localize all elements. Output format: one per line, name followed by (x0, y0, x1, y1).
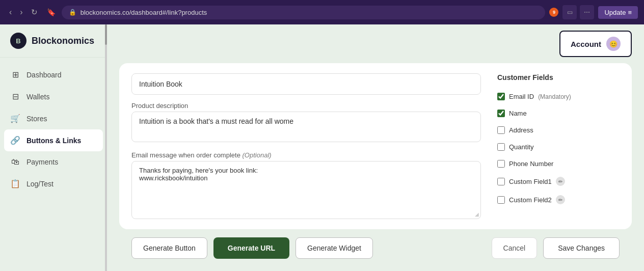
checkbox-address[interactable] (497, 126, 505, 134)
nav-items: ⊞ Dashboard ⊟ Wallets 🛒 Stores 🔗 Buttons… (0, 58, 107, 271)
field-row-phone: Phone Number (497, 158, 620, 170)
generate-widget-btn[interactable]: Generate Widget (296, 237, 373, 259)
checkbox-name[interactable] (497, 110, 505, 117)
email-message-field-group: Email message when order complete (Optio… (131, 151, 481, 219)
checkbox-email-id[interactable] (497, 93, 505, 100)
bookmark-button[interactable]: 🔖 (45, 6, 58, 18)
scrollbar-thumb (105, 24, 107, 45)
description-field-group: Product description (131, 102, 481, 144)
payments-icon: 🛍 (10, 157, 20, 167)
field-label-custom1: Custom Field1 (509, 178, 552, 185)
customer-fields-panel: Customer Fields Email ID (Mandatory) Nam… (497, 73, 620, 219)
sidebar-item-label: Payments (26, 158, 58, 166)
main-content: Account 😊 Product description (107, 24, 644, 271)
checkbox-quantity[interactable] (497, 143, 505, 151)
logo-area: B Blockonomics (0, 24, 107, 58)
wallets-icon: ⊟ (10, 92, 20, 101)
field-label-address: Address (509, 126, 533, 134)
nav-buttons: ‹ › ↻ (6, 6, 41, 19)
optional-label: (Optional) (243, 151, 272, 159)
account-label: Account (571, 40, 601, 48)
sidebar: B Blockonomics ⊞ Dashboard ⊟ Wallets 🛒 S… (0, 24, 107, 271)
logo-text: Blockonomics (32, 36, 94, 46)
checkbox-custom1[interactable] (497, 178, 505, 185)
field-label-quantity: Quantity (509, 143, 533, 151)
form-area: Product description Email message when o… (107, 63, 644, 271)
product-name-input[interactable] (131, 73, 481, 95)
sidebar-item-buttons-links[interactable]: 🔗 Buttons & Links (4, 129, 103, 151)
notification-badge: 9 (549, 8, 558, 17)
resize-handle-icon: ◢ (475, 211, 479, 217)
url-text: blockonomics.co/dashboard#/link?products (81, 9, 207, 16)
sidebar-item-label: Stores (26, 115, 47, 123)
bottom-actions: Generate Button Generate URL Generate Wi… (119, 229, 632, 263)
form-left: Product description Email message when o… (131, 73, 481, 219)
field-row-address: Address (497, 124, 620, 136)
logo-icon: B (10, 33, 26, 49)
email-message-label: Email message when order complete (Optio… (131, 151, 481, 159)
log-test-icon: 📋 (10, 179, 20, 188)
account-button[interactable]: Account 😊 (559, 31, 632, 57)
sidebar-item-label: Wallets (26, 93, 49, 101)
edit-custom1-icon[interactable]: ✏ (556, 177, 565, 186)
extension-btn[interactable]: ⋯ (580, 5, 594, 19)
sidebar-item-label: Buttons & Links (26, 137, 81, 145)
form-card: Product description Email message when o… (119, 63, 632, 229)
save-changes-button[interactable]: Save Changes (543, 237, 620, 259)
edit-custom2-icon[interactable]: ✏ (556, 195, 565, 204)
left-actions: Generate Button Generate URL Generate Wi… (131, 237, 373, 259)
lock-icon: 🔒 (69, 9, 76, 16)
field-label-name: Name (509, 110, 527, 117)
window-controls: ▭ ⋯ (562, 5, 594, 19)
description-input[interactable] (131, 112, 481, 142)
field-label-email-id: Email ID (509, 93, 534, 100)
header: Account 😊 (107, 24, 644, 63)
sidebar-item-wallets[interactable]: ⊟ Wallets (0, 86, 107, 107)
right-actions: Cancel Save Changes (492, 237, 620, 259)
generate-button-btn[interactable]: Generate Button (131, 237, 207, 259)
customer-fields-title: Customer Fields (497, 73, 620, 82)
sidebar-item-payments[interactable]: 🛍 Payments (0, 151, 107, 173)
browser-chrome: ‹ › ↻ 🔖 🔒 blockonomics.co/dashboard#/lin… (0, 0, 644, 24)
sidebar-toggle[interactable]: ▭ (562, 5, 577, 19)
field-row-email-id: Email ID (Mandatory) (497, 91, 620, 102)
cancel-button[interactable]: Cancel (492, 237, 538, 259)
sidebar-item-dashboard[interactable]: ⊞ Dashboard (0, 64, 107, 86)
scrollbar[interactable] (105, 24, 107, 271)
field-row-name: Name (497, 107, 620, 119)
checkbox-custom2[interactable] (497, 196, 505, 204)
field-row-custom2: Custom Field2 ✏ (497, 193, 620, 206)
field-row-quantity: Quantity (497, 141, 620, 153)
form-inner: Product description Email message when o… (131, 73, 620, 219)
sidebar-item-log-test[interactable]: 📋 Log/Test (0, 173, 107, 195)
update-button[interactable]: Update ≡ (598, 6, 638, 19)
refresh-button[interactable]: ↻ (28, 6, 41, 19)
stores-icon: 🛒 (10, 114, 20, 123)
field-row-custom1: Custom Field1 ✏ (497, 175, 620, 188)
generate-url-btn[interactable]: Generate URL (213, 237, 289, 259)
address-bar[interactable]: 🔒 blockonomics.co/dashboard#/link?produc… (62, 6, 546, 19)
field-label-phone: Phone Number (509, 160, 553, 168)
field-label-custom2: Custom Field2 (509, 196, 552, 204)
sidebar-item-label: Dashboard (26, 71, 62, 79)
back-button[interactable]: ‹ (6, 6, 15, 18)
mandatory-label: (Mandatory) (538, 93, 571, 100)
buttons-links-icon: 🔗 (10, 136, 20, 145)
email-message-textarea[interactable] (131, 161, 481, 219)
avatar: 😊 (606, 37, 621, 51)
checkbox-phone[interactable] (497, 160, 505, 168)
email-textarea-wrapper: ◢ (131, 161, 481, 219)
sidebar-item-stores[interactable]: 🛒 Stores (0, 107, 107, 129)
description-label: Product description (131, 102, 481, 110)
dashboard-icon: ⊞ (10, 70, 20, 79)
forward-button[interactable]: › (17, 6, 25, 18)
app-layout: B Blockonomics ⊞ Dashboard ⊟ Wallets 🛒 S… (0, 24, 644, 271)
sidebar-item-label: Log/Test (26, 180, 53, 188)
